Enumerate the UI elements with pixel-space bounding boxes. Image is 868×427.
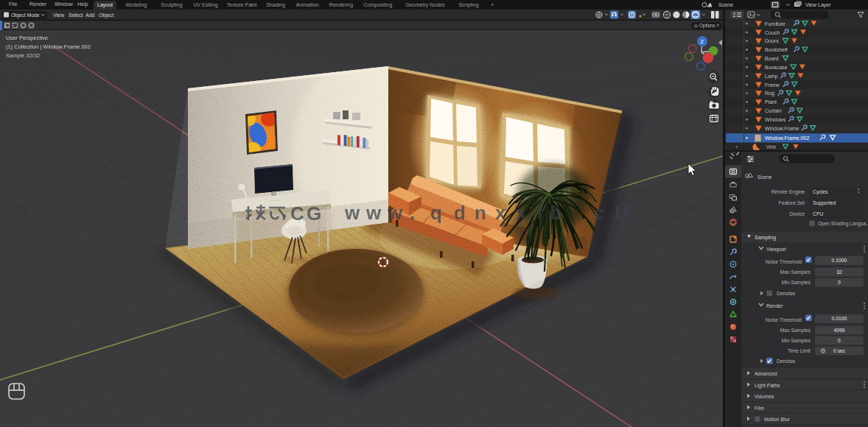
- svg-text:Noise Threshold: Noise Threshold: [766, 317, 802, 322]
- svg-text:Cycles: Cycles: [813, 189, 828, 195]
- svg-text:Min Samples: Min Samples: [782, 280, 811, 286]
- svg-text:b: b: [550, 202, 561, 224]
- svg-text:G: G: [307, 202, 321, 225]
- svg-text:Volumes: Volumes: [755, 394, 774, 399]
- svg-text:Doors: Doors: [765, 38, 779, 43]
- svg-text:Supported: Supported: [813, 200, 836, 206]
- svg-text:Scene: Scene: [718, 2, 733, 7]
- svg-text:0 sec: 0 sec: [833, 348, 846, 353]
- svg-text:Scene: Scene: [757, 174, 771, 180]
- svg-text:Select: Select: [69, 13, 83, 18]
- svg-text:w: w: [387, 202, 403, 224]
- svg-text:Sampling: Sampling: [755, 235, 776, 241]
- svg-text:Time Limit: Time Limit: [788, 348, 811, 353]
- svg-text:Render Engine: Render Engine: [771, 189, 805, 195]
- svg-text:Window.Frame.002: Window.Frame.002: [765, 135, 809, 141]
- svg-text:Rug: Rug: [765, 91, 774, 96]
- svg-text:Window.Frame: Window.Frame: [765, 126, 799, 131]
- svg-text:w: w: [365, 202, 382, 224]
- svg-text:x: x: [495, 202, 506, 224]
- svg-text:Light Paths: Light Paths: [755, 383, 780, 389]
- svg-text:Furniture: Furniture: [765, 21, 785, 27]
- svg-text:Windows: Windows: [765, 117, 786, 122]
- svg-text:Device: Device: [789, 211, 805, 216]
- svg-text:Vine: Vine: [766, 144, 776, 149]
- svg-text:Max Samples: Max Samples: [780, 328, 811, 334]
- svg-text:Render: Render: [766, 303, 783, 308]
- svg-text:Board: Board: [765, 56, 779, 61]
- svg-text:View: View: [53, 13, 65, 18]
- svg-text:Frame: Frame: [765, 82, 780, 88]
- svg-text:Motion Blur: Motion Blur: [764, 417, 791, 422]
- svg-text:32: 32: [836, 269, 842, 275]
- svg-text:Bookshelf: Bookshelf: [765, 47, 788, 52]
- svg-text:4096: 4096: [833, 328, 844, 333]
- svg-text:f: f: [536, 202, 543, 224]
- svg-text:View Layer: View Layer: [805, 2, 831, 8]
- svg-text:Viewport: Viewport: [766, 247, 786, 253]
- svg-text:Add: Add: [85, 13, 95, 18]
- svg-text:.: .: [410, 202, 415, 224]
- svg-text:0.1000: 0.1000: [832, 258, 847, 263]
- svg-text:Denoise: Denoise: [777, 291, 795, 296]
- svg-text:0: 0: [838, 338, 841, 343]
- svg-text:q: q: [430, 202, 442, 224]
- svg-text:(1) Collection | Window.Frame.: (1) Collection | Window.Frame.002: [6, 43, 91, 50]
- svg-text:Min Samples: Min Samples: [782, 338, 811, 344]
- svg-text:Advanced: Advanced: [755, 371, 777, 376]
- svg-text:C: C: [290, 202, 304, 225]
- svg-text:Lamp: Lamp: [765, 74, 778, 80]
- svg-text:Couch: Couch: [765, 30, 780, 35]
- svg-text:Film: Film: [755, 406, 764, 411]
- svg-text:Sample 32/32: Sample 32/32: [6, 52, 40, 59]
- svg-text:Max Samples: Max Samples: [780, 269, 811, 275]
- svg-text:Bookcase: Bookcase: [765, 65, 788, 70]
- svg-text:x: x: [516, 202, 527, 224]
- svg-text:Z: Z: [701, 38, 704, 45]
- svg-text:CPU: CPU: [813, 211, 823, 216]
- svg-text:n: n: [475, 202, 486, 224]
- svg-text:User Perspective: User Perspective: [6, 35, 48, 41]
- svg-text:Feature Set: Feature Set: [778, 200, 805, 205]
- svg-text:Plant: Plant: [765, 99, 777, 105]
- svg-text:d: d: [454, 202, 466, 224]
- svg-text:Noise Threshold: Noise Threshold: [766, 259, 802, 264]
- svg-text:c: c: [594, 202, 604, 224]
- svg-text:.: .: [575, 202, 580, 224]
- svg-text:Object: Object: [99, 13, 113, 18]
- svg-text:Open Shading Langua...: Open Shading Langua...: [818, 221, 868, 227]
- svg-text:0.0100: 0.0100: [832, 316, 847, 321]
- svg-text:Curtain: Curtain: [765, 108, 782, 113]
- svg-text:Denoise: Denoise: [777, 359, 795, 364]
- svg-text:Object Mode: Object Mode: [11, 13, 40, 18]
- svg-text:0: 0: [838, 280, 841, 285]
- svg-text:w: w: [344, 202, 360, 224]
